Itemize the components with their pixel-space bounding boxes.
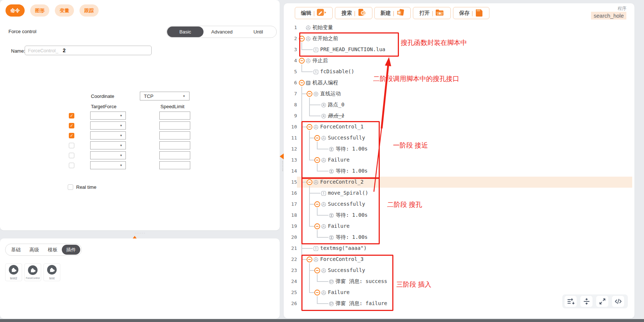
nav-tab-command[interactable]: 命令 (6, 4, 25, 17)
code-icon[interactable] (612, 296, 624, 307)
nav-tab-variable[interactable]: 变量 (55, 4, 74, 17)
collapse-node-icon[interactable] (314, 201, 320, 209)
library-tab-basic[interactable]: 基础 (7, 245, 25, 255)
name-input[interactable]: ForceControl_ 2 (25, 46, 152, 55)
axis-checkbox[interactable] (69, 143, 74, 148)
panel-collapse-left-icon[interactable] (280, 153, 284, 159)
axis-checkbox[interactable]: ✓ (69, 133, 74, 138)
tree-node-label[interactable]: 在开始之前 (312, 35, 338, 42)
nav-tab-graphic[interactable]: 图形 (30, 4, 49, 17)
axis-checkbox[interactable]: ✓ (69, 123, 74, 128)
tree-node-label[interactable]: Failure (328, 289, 350, 295)
axis-checkbox[interactable] (69, 163, 74, 168)
tree-node-label[interactable]: move_Spiral() (328, 190, 368, 196)
speed-input[interactable] (159, 161, 190, 169)
collapse-node-icon[interactable] (307, 179, 312, 187)
tree-node-label[interactable]: 直线运动 (320, 91, 341, 97)
force-value-select[interactable]: ▼ (90, 112, 126, 120)
collapse-node-icon[interactable] (314, 223, 320, 231)
force-value-select[interactable]: ▼ (90, 141, 126, 149)
speed-input[interactable] (159, 112, 190, 120)
tree-node-label[interactable]: textmsg("aaaa") (320, 245, 367, 251)
collapse-node-icon[interactable] (299, 80, 305, 87)
tree-connector (317, 149, 328, 149)
tree-node-label[interactable]: Successfully (328, 135, 365, 141)
nav-tab-track[interactable]: 跟踪 (79, 4, 99, 17)
tree-node-label[interactable]: 弹窗 消息: success (336, 278, 387, 285)
library-tab-template[interactable]: 模板 (43, 245, 62, 255)
tree-node-label[interactable]: 路点_1 (328, 113, 344, 119)
axis-checkbox[interactable]: ✓ (69, 113, 74, 118)
chevron-down-icon: ▼ (120, 154, 123, 157)
line-number: 5 (284, 69, 297, 74)
tree-node-label[interactable]: 停止后 (312, 57, 328, 64)
force-value-select[interactable]: ▼ (90, 121, 126, 130)
collapse-node-icon[interactable] (299, 36, 305, 43)
tab-advanced[interactable]: Advanced (204, 26, 240, 37)
tree-node-label[interactable]: ForceControl_3 (320, 256, 364, 262)
tree-node-label[interactable]: 弹窗 消息: failure (336, 300, 387, 307)
tree-node-label[interactable]: ForceControl_2 (320, 179, 364, 185)
tree-connector (301, 259, 307, 260)
speed-input[interactable] (159, 151, 190, 159)
wait-icon (329, 169, 334, 176)
library-tab-plugin[interactable]: 插件 (62, 245, 80, 255)
tree-node-label[interactable]: Successfully (328, 267, 365, 273)
collapse-node-icon[interactable] (314, 290, 320, 297)
tree-node-label[interactable]: 等待: 1.00s (336, 168, 368, 174)
speed-input[interactable] (159, 141, 190, 149)
force-row-rz: ▼ (69, 161, 194, 169)
collapse-vertical-icon[interactable] (580, 296, 592, 307)
collapse-node-icon[interactable] (307, 124, 312, 131)
tree-node-label[interactable]: 等待: 1.00s (336, 146, 368, 152)
script-icon (313, 47, 319, 54)
axis-checkbox[interactable] (69, 153, 74, 158)
line-number: 22 (284, 256, 297, 262)
collapse-node-icon[interactable] (314, 135, 320, 142)
force-value-select[interactable]: ▼ (90, 161, 126, 169)
collapse-node-icon[interactable] (314, 157, 320, 164)
tree-node-label[interactable]: 等待: 1.00s (336, 234, 368, 241)
target-force-header: TargetForce (91, 104, 116, 109)
search-button[interactable]: 搜索| (335, 7, 372, 19)
realtime-checkbox[interactable] (68, 184, 73, 190)
tree-node-label[interactable]: Successfully (328, 201, 365, 207)
collapse-node-icon[interactable] (299, 58, 305, 65)
collapse-node-icon[interactable] (307, 91, 312, 98)
save-button[interactable]: 保存| (453, 7, 489, 19)
new-button[interactable]: 新建| (374, 7, 411, 19)
program-name[interactable]: search_hole (591, 12, 626, 20)
edit-button[interactable]: 编辑| (295, 7, 333, 19)
tree-connector (317, 274, 318, 282)
tree-node-label[interactable]: fcDisable() (320, 68, 354, 74)
tree-node-label[interactable]: 路点_0 (328, 102, 344, 108)
coordinate-select[interactable]: TCP ▼ (140, 92, 190, 100)
collapse-node-icon[interactable] (314, 268, 320, 275)
plugin-card-forcecontrol[interactable]: ForceControl (24, 263, 41, 281)
open-button[interactable]: 打开| (413, 7, 451, 19)
plugin-card-test2[interactable]: test2 (5, 263, 22, 281)
force-value-select[interactable]: ▼ (90, 131, 126, 139)
wait-icon (329, 235, 334, 242)
speed-input[interactable] (159, 121, 190, 130)
tab-basic[interactable]: Basic (167, 26, 204, 37)
tree-connector (317, 171, 328, 171)
tree-node-label[interactable]: ForceControl_1 (320, 124, 364, 130)
collapse-node-icon[interactable] (307, 256, 312, 264)
tree-node-label[interactable]: 等待: 1.00s (336, 212, 368, 219)
tab-until[interactable]: Until (240, 26, 276, 37)
waypoint-icon (321, 113, 326, 120)
plugin-card-test[interactable]: test (43, 263, 60, 281)
speed-input[interactable] (159, 131, 190, 139)
sort-order-icon[interactable] (565, 296, 577, 307)
tree-node-label[interactable]: PRE_HEAD_FUNCTION.lua (320, 46, 385, 52)
expand-icon[interactable] (596, 296, 608, 307)
tree-node-label[interactable]: Failure (328, 157, 350, 163)
program-label: 程序 (618, 6, 626, 12)
tree-node-label[interactable]: 机器人编程 (312, 79, 338, 86)
tree-node-label[interactable]: Failure (328, 223, 350, 229)
library-tab-advanced[interactable]: 高级 (25, 245, 43, 255)
force-value-select[interactable]: ▼ (90, 151, 126, 159)
robot-icon (305, 80, 311, 87)
tree-node-label[interactable]: 初始变量 (312, 24, 333, 31)
